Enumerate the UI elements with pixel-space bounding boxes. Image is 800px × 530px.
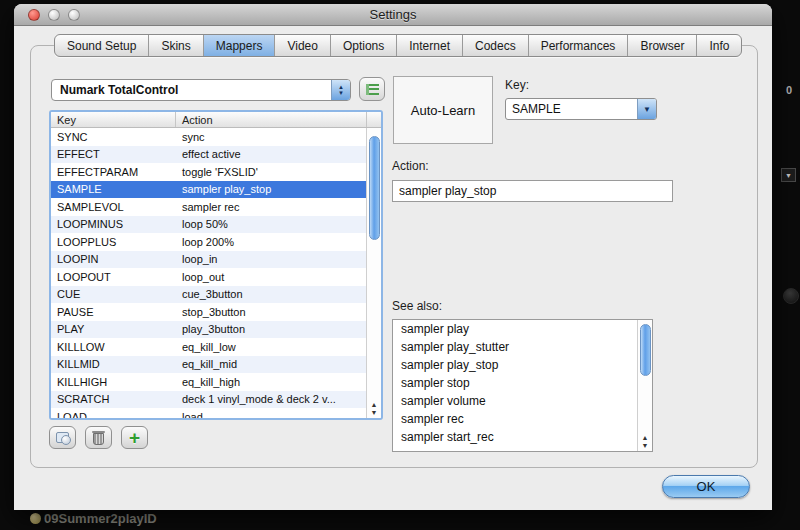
action-label: Action: xyxy=(392,159,429,173)
cell-key: SAMPLE xyxy=(51,181,176,199)
column-header-scroll xyxy=(366,112,381,127)
column-header-key[interactable]: Key xyxy=(51,112,176,127)
settings-tabbar: Sound Setup Skins Mappers Video Options … xyxy=(54,34,742,57)
table-row[interactable]: SYNCsync xyxy=(51,128,366,146)
cell-action: eq_kill_low xyxy=(176,338,366,356)
add-mapping-button[interactable]: + xyxy=(121,426,148,449)
window-title: Settings xyxy=(14,7,772,22)
scrollbar-thumb[interactable] xyxy=(640,324,651,376)
table-row[interactable]: LOOPPLUSloop 200% xyxy=(51,233,366,251)
cell-key: CUE xyxy=(51,286,176,304)
background-knob xyxy=(783,288,799,304)
table-row[interactable]: LOADload xyxy=(51,408,366,418)
table-row[interactable]: EFFECTPARAMtoggle 'FXSLID' xyxy=(51,163,366,181)
see-also-label: See also: xyxy=(392,299,442,313)
see-also-item[interactable]: sampler stop xyxy=(393,374,652,392)
table-row[interactable]: KILLLOWeq_kill_low xyxy=(51,338,366,356)
table-row[interactable]: CUEcue_3button xyxy=(51,286,366,304)
table-row[interactable]: SAMPLEVOLsampler rec xyxy=(51,198,366,216)
device-select[interactable]: Numark TotalControl ▲▼ xyxy=(51,79,351,101)
table-row-selected[interactable]: SAMPLEsampler play_stop xyxy=(51,181,366,199)
cell-action: loop_in xyxy=(176,251,366,269)
see-also-item[interactable]: sampler start_rec xyxy=(393,428,652,446)
delete-mapping-button[interactable] xyxy=(85,426,112,449)
tab-mappers[interactable]: Mappers xyxy=(204,35,276,56)
cell-key: SAMPLEVOL xyxy=(51,198,176,216)
list-icon xyxy=(366,84,379,95)
table-row[interactable]: LOOPINloop_in xyxy=(51,251,366,269)
key-label: Key: xyxy=(505,78,529,92)
settings-window: Settings Sound Setup Skins Mappers Video… xyxy=(14,4,772,510)
chevron-down-icon: ▼ xyxy=(781,168,796,182)
cell-key: EFFECTPARAM xyxy=(51,163,176,181)
cell-action: cue_3button xyxy=(176,286,366,304)
see-also-item[interactable]: sampler play_stop xyxy=(393,356,652,374)
background-counter: 0 xyxy=(786,84,792,96)
background-track-title: 09Summer2playID xyxy=(30,511,157,526)
cell-key: SYNC xyxy=(51,128,176,146)
clock-icon xyxy=(30,513,41,524)
scrollbar-arrows[interactable]: ▲▼ xyxy=(638,434,652,450)
cell-action: effect active xyxy=(176,146,366,164)
table-row[interactable]: KILLHIGHeq_kill_high xyxy=(51,373,366,391)
table-row[interactable]: PAUSEstop_3button xyxy=(51,303,366,321)
cell-key: LOOPIN xyxy=(51,251,176,269)
cell-action: loop 200% xyxy=(176,233,366,251)
cell-key: LOAD xyxy=(51,408,176,418)
see-also-item[interactable]: sampler volume xyxy=(393,392,652,410)
cell-action: load xyxy=(176,408,366,418)
table-row[interactable]: SCRATCHdeck 1 vinyl_mode & deck 2 v... xyxy=(51,391,366,409)
table-row[interactable]: EFFECTeffect active xyxy=(51,146,366,164)
see-also-item[interactable]: sampler rec xyxy=(393,410,652,428)
ok-button[interactable]: OK xyxy=(662,475,750,498)
auto-learn-button[interactable]: Auto-Learn xyxy=(393,76,493,144)
column-header-action[interactable]: Action xyxy=(176,112,366,127)
device-select-value: Numark TotalControl xyxy=(52,83,331,97)
cell-key: LOOPMINUS xyxy=(51,216,176,234)
mapper-list-button[interactable] xyxy=(359,77,385,101)
cell-key: PLAY xyxy=(51,321,176,339)
see-also-scrollbar[interactable]: ▲▼ xyxy=(637,320,652,451)
mapping-table: Key Action SYNCsync EFFECTeffect active … xyxy=(49,110,383,420)
tab-video[interactable]: Video xyxy=(275,35,330,56)
table-scrollbar[interactable]: ▲▼ xyxy=(366,128,381,418)
see-also-item[interactable]: sampler play xyxy=(393,320,652,338)
titlebar[interactable]: Settings xyxy=(14,4,772,26)
cell-key: LOOPOUT xyxy=(51,268,176,286)
table-row[interactable]: LOOPMINUSloop 50% xyxy=(51,216,366,234)
tab-codecs[interactable]: Codecs xyxy=(463,35,529,56)
tab-skins[interactable]: Skins xyxy=(149,35,203,56)
table-row[interactable]: PLAYplay_3button xyxy=(51,321,366,339)
cell-key: PAUSE xyxy=(51,303,176,321)
cell-action: deck 1 vinyl_mode & deck 2 v... xyxy=(176,391,366,409)
cell-action: sampler play_stop xyxy=(176,181,366,199)
scrollbar-thumb[interactable] xyxy=(369,136,380,240)
chevron-down-icon[interactable]: ▼ xyxy=(637,99,656,119)
cell-action: play_3button xyxy=(176,321,366,339)
cell-key: KILLHIGH xyxy=(51,373,176,391)
tab-sound-setup[interactable]: Sound Setup xyxy=(55,35,149,56)
tab-internet[interactable]: Internet xyxy=(397,35,463,56)
restore-default-button[interactable] xyxy=(49,426,76,449)
table-row[interactable]: LOOPOUTloop_out xyxy=(51,268,366,286)
stepper-icon[interactable]: ▲▼ xyxy=(331,80,350,100)
tab-options[interactable]: Options xyxy=(331,35,397,56)
cell-action: stop_3button xyxy=(176,303,366,321)
cell-action: toggle 'FXSLID' xyxy=(176,163,366,181)
see-also-list: sampler play sampler play_stutter sample… xyxy=(392,319,653,452)
cell-key: EFFECT xyxy=(51,146,176,164)
key-select[interactable]: SAMPLE ▼ xyxy=(505,98,657,120)
cell-action: loop 50% xyxy=(176,216,366,234)
background-track-label: 09Summer2playID xyxy=(44,511,157,526)
see-also-item[interactable]: sampler play_stutter xyxy=(393,338,652,356)
table-row[interactable]: KILLMIDeq_kill_mid xyxy=(51,356,366,374)
tab-info[interactable]: Info xyxy=(697,35,741,56)
scrollbar-arrows[interactable]: ▲▼ xyxy=(367,401,381,417)
action-input[interactable] xyxy=(392,180,673,202)
cell-key: LOOPPLUS xyxy=(51,233,176,251)
tab-browser[interactable]: Browser xyxy=(628,35,697,56)
cell-action: sync xyxy=(176,128,366,146)
cell-action: sampler rec xyxy=(176,198,366,216)
table-header: Key Action xyxy=(51,112,381,128)
tab-performances[interactable]: Performances xyxy=(529,35,629,56)
